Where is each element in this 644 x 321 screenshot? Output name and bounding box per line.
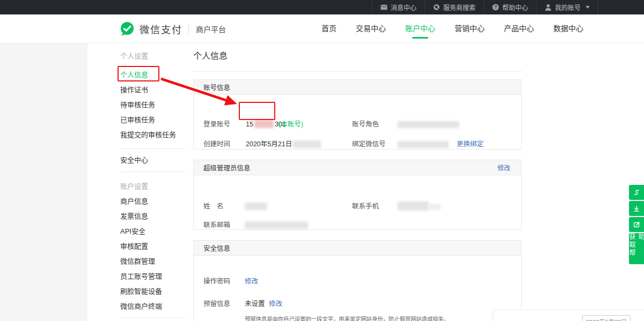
created-time-label: 创建时间 [203, 140, 230, 148]
chevron-down-icon [586, 6, 590, 9]
download-icon [633, 205, 640, 212]
bound-wechat-label: 绑定微信号 [352, 140, 386, 148]
sidebar-item-security-center[interactable]: 安全中心 [120, 152, 186, 167]
sidebar-item-invoice-info[interactable]: 发票信息 [120, 208, 186, 223]
super-admin-header: 超级管理员信息 修改 [194, 160, 521, 175]
admin-name-label: 姓 名 [203, 202, 224, 211]
topbar-item-label: 服务商搜索 [443, 3, 475, 12]
section-title: 账号信息 [203, 82, 230, 92]
account-info-section: 账号信息 登录账号 15301 (本账号) 账号角色 创建时间 2020年5月2… [193, 79, 522, 150]
rebind-link[interactable]: 更换绑定 [457, 140, 484, 148]
date-tooltip: 2020年5月22日 [582, 315, 631, 321]
account-info-header: 账号信息 [194, 80, 521, 95]
contact-button[interactable] [629, 185, 644, 200]
wechat-pay-logo-icon [120, 21, 135, 36]
feedback-button[interactable] [629, 217, 644, 232]
topbar: 消息中心 服务商搜索 ? 帮助中心 我的账号 [0, 0, 644, 14]
current-account-note: (本账号) [279, 120, 303, 129]
help-icon: ? [492, 4, 499, 11]
feedback-icon [633, 221, 640, 228]
portal-name: 商户平台 [196, 24, 226, 34]
topbar-item-help-center[interactable]: ? 帮助中心 [484, 0, 536, 14]
logo-text: 微信支付 [140, 22, 182, 36]
sidebar-header-personal-settings: 个人设置 [120, 48, 186, 63]
nav-data-center[interactable]: 数据中心 [547, 14, 590, 43]
page-title: 个人信息 [193, 49, 228, 62]
mail-icon [380, 4, 387, 10]
contact-icon [633, 189, 640, 196]
reserved-info-description: 预留信息是由你自己设置的一段文字，用来鉴定网站身份，防止假冒网站造成损失。 配置… [245, 315, 521, 321]
sidebar-item-reviewed-tasks[interactable]: 已审核任务 [120, 111, 186, 126]
super-admin-section: 超级管理员信息 修改 姓 名 联系手机 联系邮箱 [193, 160, 522, 230]
title-divider [193, 71, 522, 72]
redacted-contact-phone [398, 201, 429, 211]
floating-help-toolbar: 获取帮助 [629, 185, 644, 264]
sidebar-item-wechat-merchant-terminal[interactable]: 微信商户终端 [120, 298, 186, 313]
sidebar-item-staff-account-management[interactable]: 员工账号管理 [120, 268, 186, 283]
sidebar-item-review-config[interactable]: 审核配置 [120, 238, 186, 253]
sidebar-item-wechat-group-management[interactable]: 微信群管理 [120, 253, 186, 268]
redacted-contact-email [245, 221, 308, 229]
section-title: 超级管理员信息 [203, 162, 251, 173]
nav-transaction-center[interactable]: 交易中心 [349, 14, 392, 43]
redacted-wechat-id [398, 141, 449, 148]
sidebar-item-pending-review-tasks[interactable]: 待审核任务 [120, 96, 186, 111]
logo-divider [188, 24, 189, 34]
sidebar-item-merchant-info[interactable]: 商户信息 [120, 193, 186, 208]
reserved-info-label: 预留信息 [203, 300, 230, 308]
wechat-pay-logo[interactable]: 微信支付 商户平台 [120, 21, 226, 36]
nav-product-center[interactable]: 产品中心 [497, 14, 540, 43]
account-role-label: 账号角色 [352, 120, 379, 129]
main-nav: 首页 交易中心 账户中心 营销中心 产品中心 数据中心 [312, 14, 593, 43]
nav-account-center[interactable]: 账户中心 [399, 14, 442, 43]
search-icon [433, 4, 440, 11]
created-time-value: 2020年5月21日 [246, 140, 321, 148]
redacted-account-role [398, 121, 459, 128]
left-gray-strip [0, 43, 87, 321]
security-info-header: 安全信息 [194, 241, 521, 256]
login-account-label: 登录账号 [203, 120, 230, 129]
sidebar-item-personal-info[interactable]: 个人信息 [120, 66, 186, 81]
topbar-item-label: 消息中心 [391, 3, 416, 12]
topbar-item-label: 我的账号 [555, 3, 581, 12]
topbar-item-my-account[interactable]: 我的账号 [536, 0, 598, 14]
sidebar-divider [120, 318, 186, 318]
nav-home[interactable]: 首页 [315, 14, 343, 43]
user-icon [545, 4, 552, 11]
topbar-item-label: 帮助中心 [502, 3, 528, 12]
operation-password-label: 操作密码 [203, 277, 230, 286]
sidebar: 个人设置 个人信息 操作证书 待审核任务 已审核任务 我提交的审核任务 安全中心… [87, 43, 186, 318]
redacted-phone-middle [254, 120, 274, 128]
header: 微信支付 商户平台 首页 交易中心 账户中心 营销中心 产品中心 数据中心 [0, 14, 644, 43]
topbar-item-message-center[interactable]: 消息中心 [372, 0, 425, 14]
nav-marketing-center[interactable]: 营销中心 [448, 14, 491, 43]
redacted-admin-name [245, 203, 267, 210]
topbar-item-provider-search[interactable]: 服务商搜索 [425, 0, 484, 14]
section-title: 安全信息 [203, 243, 230, 253]
security-info-section: 安全信息 操作密码 修改 预留信息 未设置 修改 预留信息是由你自己设置的一段文… [193, 240, 522, 321]
get-help-button[interactable]: 获取帮助 [629, 233, 644, 264]
operation-password-modify-link[interactable]: 修改 [245, 277, 258, 286]
sidebar-header-account-settings: 账户设置 [120, 178, 186, 193]
sidebar-item-my-submitted-review-tasks[interactable]: 我提交的审核任务 [120, 126, 186, 141]
topbar-menu: 消息中心 服务商搜索 ? 帮助中心 我的账号 [372, 0, 598, 14]
sidebar-item-face-smart-device[interactable]: 刷脸智能设备 [120, 283, 186, 298]
contact-email-label: 联系邮箱 [203, 221, 230, 229]
download-button[interactable] [629, 201, 644, 216]
admin-modify-link[interactable]: 修改 [497, 163, 510, 172]
description-line: 预留信息是由你自己设置的一段文字，用来鉴定网站身份，防止假冒网站造成损失。 [245, 315, 521, 321]
redacted-created-time [293, 140, 321, 148]
redacted-contact-phone-tail [429, 204, 441, 210]
reserved-info-status: 未设置 [245, 300, 265, 308]
sidebar-item-operation-certificate[interactable]: 操作证书 [120, 81, 186, 96]
reserved-info-modify-link[interactable]: 修改 [269, 300, 282, 308]
content-area: 个人设置 个人信息 操作证书 待审核任务 已审核任务 我提交的审核任务 安全中心… [0, 43, 644, 321]
svg-text:?: ? [494, 4, 497, 10]
sidebar-divider [120, 171, 186, 172]
sidebar-divider [120, 148, 186, 149]
contact-phone-label: 联系手机 [352, 202, 379, 211]
sidebar-item-api-security[interactable]: API安全 [120, 223, 186, 238]
